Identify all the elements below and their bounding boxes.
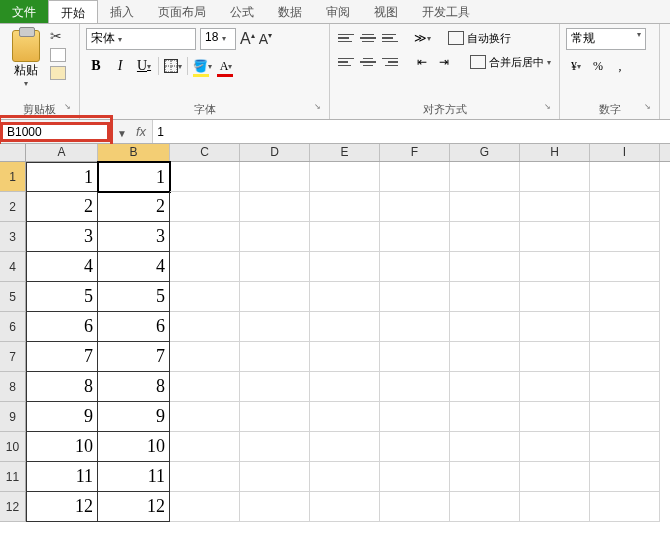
font-size-combo[interactable]: 18 ▾ bbox=[200, 28, 236, 50]
cell[interactable] bbox=[590, 342, 660, 372]
decrease-indent-button[interactable]: ⇤ bbox=[412, 52, 432, 72]
row-header[interactable]: 10 bbox=[0, 432, 26, 462]
cell[interactable] bbox=[240, 492, 310, 522]
number-format-combo[interactable]: 常规 ▾ bbox=[566, 28, 646, 50]
increase-indent-button[interactable]: ⇥ bbox=[434, 52, 454, 72]
cell[interactable] bbox=[170, 252, 240, 282]
cell[interactable]: 2 bbox=[26, 192, 98, 222]
cell[interactable] bbox=[310, 312, 380, 342]
cell[interactable] bbox=[520, 342, 590, 372]
cell[interactable] bbox=[520, 312, 590, 342]
row-header[interactable]: 9 bbox=[0, 402, 26, 432]
tab-view[interactable]: 视图 bbox=[362, 0, 410, 23]
tab-file[interactable]: 文件 bbox=[0, 0, 48, 23]
cell[interactable]: 1 bbox=[26, 162, 98, 192]
cell[interactable] bbox=[590, 312, 660, 342]
fill-color-button[interactable]: 🪣▾ bbox=[192, 56, 212, 76]
align-top-button[interactable] bbox=[336, 29, 356, 47]
cell[interactable]: 9 bbox=[98, 402, 170, 432]
cell[interactable] bbox=[520, 432, 590, 462]
cell[interactable] bbox=[170, 402, 240, 432]
orientation-button[interactable]: ≫▾ bbox=[412, 28, 432, 48]
cell[interactable] bbox=[240, 372, 310, 402]
cell[interactable] bbox=[170, 432, 240, 462]
percent-button[interactable]: % bbox=[588, 56, 608, 76]
tab-insert[interactable]: 插入 bbox=[98, 0, 146, 23]
cell[interactable] bbox=[380, 462, 450, 492]
col-header-H[interactable]: H bbox=[520, 144, 590, 161]
cell[interactable] bbox=[520, 462, 590, 492]
cell[interactable]: 7 bbox=[98, 342, 170, 372]
col-header-F[interactable]: F bbox=[380, 144, 450, 161]
cell[interactable] bbox=[590, 492, 660, 522]
cell[interactable] bbox=[590, 432, 660, 462]
cell[interactable] bbox=[520, 192, 590, 222]
formula-input[interactable]: 1 bbox=[152, 120, 670, 143]
cell[interactable] bbox=[450, 492, 520, 522]
cell[interactable] bbox=[310, 492, 380, 522]
cell[interactable] bbox=[310, 372, 380, 402]
cell[interactable] bbox=[590, 402, 660, 432]
cell[interactable] bbox=[170, 282, 240, 312]
cell[interactable] bbox=[520, 162, 590, 192]
row-header[interactable]: 7 bbox=[0, 342, 26, 372]
cell[interactable] bbox=[380, 222, 450, 252]
cell[interactable]: 5 bbox=[98, 282, 170, 312]
name-box[interactable]: B1000 ▼ bbox=[0, 122, 110, 142]
col-header-E[interactable]: E bbox=[310, 144, 380, 161]
row-header[interactable]: 3 bbox=[0, 222, 26, 252]
cell[interactable] bbox=[310, 192, 380, 222]
cell[interactable] bbox=[450, 282, 520, 312]
cell[interactable]: 6 bbox=[98, 312, 170, 342]
align-middle-button[interactable] bbox=[358, 29, 378, 47]
font-name-combo[interactable]: 宋体 ▾ bbox=[86, 28, 196, 50]
cell[interactable] bbox=[310, 432, 380, 462]
align-left-button[interactable] bbox=[336, 53, 356, 71]
cell[interactable] bbox=[240, 192, 310, 222]
paste-button[interactable]: 粘贴 ▾ bbox=[6, 28, 46, 88]
cell[interactable] bbox=[520, 402, 590, 432]
tab-formula[interactable]: 公式 bbox=[218, 0, 266, 23]
cell[interactable] bbox=[240, 282, 310, 312]
cell[interactable] bbox=[380, 492, 450, 522]
underline-button[interactable]: U▾ bbox=[134, 56, 154, 76]
cell[interactable]: 12 bbox=[26, 492, 98, 522]
cell[interactable] bbox=[170, 162, 240, 192]
comma-button[interactable]: , bbox=[610, 56, 630, 76]
cell[interactable] bbox=[520, 252, 590, 282]
cell[interactable] bbox=[310, 342, 380, 372]
cell[interactable]: 1 bbox=[98, 162, 170, 192]
col-header-C[interactable]: C bbox=[170, 144, 240, 161]
tab-review[interactable]: 审阅 bbox=[314, 0, 362, 23]
merge-center-button[interactable]: 合并后居中▾ bbox=[470, 55, 551, 70]
cell[interactable] bbox=[170, 222, 240, 252]
cell[interactable] bbox=[450, 192, 520, 222]
cell[interactable] bbox=[310, 162, 380, 192]
cell[interactable]: 5 bbox=[26, 282, 98, 312]
cell[interactable] bbox=[590, 372, 660, 402]
cell[interactable] bbox=[170, 192, 240, 222]
cell[interactable] bbox=[450, 462, 520, 492]
row-header[interactable]: 12 bbox=[0, 492, 26, 522]
cell[interactable]: 10 bbox=[98, 432, 170, 462]
cell[interactable]: 12 bbox=[98, 492, 170, 522]
cell[interactable] bbox=[380, 402, 450, 432]
cell[interactable] bbox=[590, 462, 660, 492]
row-header[interactable]: 1 bbox=[0, 162, 26, 192]
cell[interactable] bbox=[380, 252, 450, 282]
cell[interactable] bbox=[310, 252, 380, 282]
align-right-button[interactable] bbox=[380, 53, 400, 71]
cell[interactable] bbox=[240, 342, 310, 372]
cell[interactable] bbox=[240, 252, 310, 282]
tab-dev[interactable]: 开发工具 bbox=[410, 0, 482, 23]
tab-home[interactable]: 开始 bbox=[48, 0, 98, 23]
cell[interactable] bbox=[450, 222, 520, 252]
cell[interactable] bbox=[240, 402, 310, 432]
row-header[interactable]: 11 bbox=[0, 462, 26, 492]
cell[interactable] bbox=[170, 372, 240, 402]
cell[interactable]: 8 bbox=[98, 372, 170, 402]
cell[interactable] bbox=[450, 162, 520, 192]
cut-button[interactable]: ✂ bbox=[50, 28, 66, 44]
increase-font-button[interactable]: A▴ bbox=[240, 30, 255, 48]
cell[interactable] bbox=[520, 282, 590, 312]
